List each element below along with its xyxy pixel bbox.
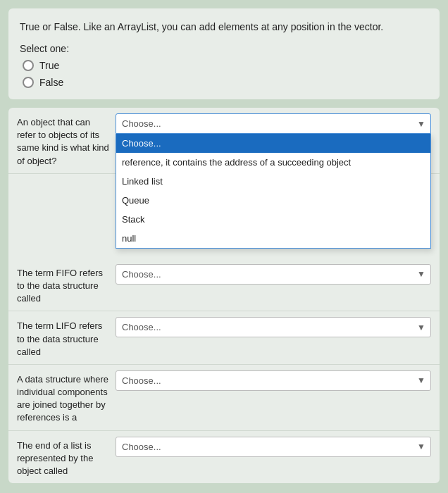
match-select-wrapper-4: Choose... reference, it contains the add… <box>116 370 431 391</box>
dropdown-item-choose[interactable]: Choose... <box>116 134 430 153</box>
radio-label-false: False <box>39 77 63 88</box>
match-question-3: The term LIFO refers to the data structu… <box>17 317 116 358</box>
dropdown-list-1: Choose... reference, it contains the add… <box>116 134 431 249</box>
radio-option-true[interactable]: True <box>23 60 428 71</box>
matching-row-4: A data structure where individual compon… <box>8 365 440 431</box>
match-select-4[interactable]: Choose... reference, it contains the add… <box>116 370 431 391</box>
dropdown-item-reference[interactable]: reference, it contains the address of a … <box>116 153 430 172</box>
match-select-wrapper-5: Choose... reference, it contains the add… <box>116 437 431 457</box>
match-question-2: The term FIFO refers to the data structu… <box>17 264 116 306</box>
truefalse-section: True or False. Like an ArrayList, you ca… <box>8 8 440 99</box>
matching-row-3: The term LIFO refers to the data structu… <box>8 311 440 365</box>
radio-circle-false <box>23 77 34 88</box>
match-select-3[interactable]: Choose... reference, it contains the add… <box>116 317 431 337</box>
match-select-2[interactable]: Choose... reference, it contains the add… <box>116 264 431 285</box>
match-question-4: A data structure where individual compon… <box>17 370 116 425</box>
dropdown-item-stack[interactable]: Stack <box>116 210 430 229</box>
radio-group: True False <box>23 60 428 88</box>
match-select-wrapper-1: ▼ Choose... reference, it contains the a… <box>116 113 431 134</box>
radio-option-false[interactable]: False <box>23 77 428 88</box>
matching-row-1: An object that can refer to objects of i… <box>8 108 440 174</box>
dropdown-item-linked-list[interactable]: Linked list <box>116 172 430 191</box>
dropdown-item-queue[interactable]: Queue <box>116 191 430 210</box>
match-question-5: The end of a list is represented by the … <box>17 437 116 478</box>
match-select-wrapper-3: Choose... reference, it contains the add… <box>116 317 431 337</box>
match-question-1: An object that can refer to objects of i… <box>17 113 116 168</box>
radio-label-true: True <box>39 60 59 71</box>
truefalse-question: True or False. Like an ArrayList, you ca… <box>20 20 428 35</box>
match-select-5[interactable]: Choose... reference, it contains the add… <box>116 437 431 457</box>
matching-section: An object that can refer to objects of i… <box>8 108 440 483</box>
match-select-input-1[interactable] <box>116 113 431 134</box>
radio-circle-true <box>23 60 34 71</box>
match-select-wrapper-2: Choose... reference, it contains the add… <box>116 264 431 285</box>
matching-row-2: The term FIFO refers to the data structu… <box>8 258 440 312</box>
matching-row-5: The end of a list is represented by the … <box>8 431 440 484</box>
select-one-label: Select one: <box>20 43 428 54</box>
dropdown-item-null[interactable]: null <box>116 229 430 248</box>
